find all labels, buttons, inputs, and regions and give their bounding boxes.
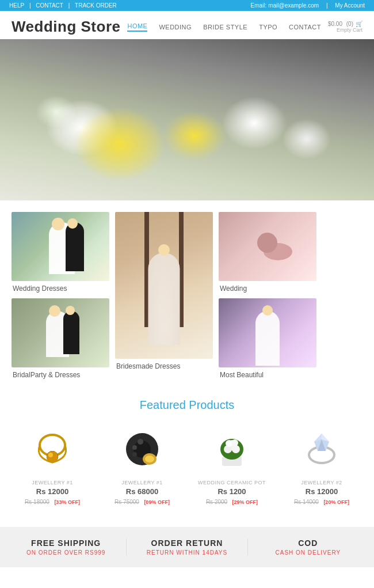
product-1[interactable]: JEWELLERY #1 Rs 12000 Rs 18000 [33% OFF] <box>12 423 93 506</box>
flower-pot-icon <box>212 429 252 469</box>
svg-point-8 <box>138 439 143 445</box>
cat-bridalparty[interactable]: BridalParty & Dresses <box>12 298 109 379</box>
cat-label-bridalparty: BridalParty & Dresses <box>12 371 109 379</box>
cat-label-wedding: Wedding <box>219 284 316 293</box>
svg-point-17 <box>231 439 238 446</box>
footer-cod-sub: CASH ON DELIVERY <box>248 549 368 556</box>
help-link[interactable]: HELP <box>9 2 24 9</box>
product-2-price: Rs 68000 <box>101 487 183 496</box>
product-2-original: Rs 75000 <box>115 499 139 505</box>
divider3: | <box>326 2 329 9</box>
main-nav: HOME WEDDING BRIDE STYLE TYPO CONTACT <box>127 22 321 32</box>
product-2-tag: JEWELLERY #1 <box>101 480 183 485</box>
footer-cod-title: COD <box>248 538 368 548</box>
cat-wedding[interactable]: Wedding <box>219 212 316 293</box>
nav-bride-style[interactable]: BRIDE STYLE <box>203 24 247 31</box>
footer-shipping-sub: ON ORDER OVER RS999 <box>6 549 126 556</box>
footer-return-sub: RETURN WITHIN 14DAYS <box>127 549 247 556</box>
product-3-price: Rs 1200 <box>191 487 273 496</box>
featured-section: Featured Products JEWELLERY #1 Rs 12000 <box>0 385 374 518</box>
product-1-original: Rs 18000 <box>25 499 49 505</box>
site-title: Wedding Store <box>12 18 120 36</box>
footer-shipping: FREE SHIPPING ON ORDER OVER RS999 <box>6 538 127 556</box>
svg-point-7 <box>145 456 154 462</box>
product-2-discount: [09% OFF] <box>144 499 170 505</box>
cat-most-beautiful[interactable]: Most Beautiful <box>219 298 316 379</box>
svg-point-9 <box>132 445 137 450</box>
svg-point-3 <box>48 453 53 457</box>
nav-home[interactable]: HOME <box>127 22 147 32</box>
product-1-tag: JEWELLERY #1 <box>12 480 93 485</box>
diamond-ring-icon <box>302 429 342 469</box>
product-3-tag: WEDDING CERAMIC POT <box>191 480 273 485</box>
footer-shipping-title: FREE SHIPPING <box>6 538 126 548</box>
email-info: Email: mail@example.com <box>251 2 319 9</box>
necklace-icon <box>32 429 72 469</box>
cart-icon: 🛒 <box>356 21 362 27</box>
nav-contact[interactable]: CONTACT <box>289 24 321 31</box>
product-1-discount: [33% OFF] <box>54 499 80 505</box>
product-3-original: Rs 2000 <box>206 499 227 505</box>
product-4-discount: [20% OFF] <box>323 499 349 505</box>
footer-cod: COD CASH ON DELIVERY <box>248 538 368 556</box>
cat-label-wedding-dresses: Wedding Dresses <box>12 284 109 293</box>
nav-wedding[interactable]: WEDDING <box>159 24 192 31</box>
cart-area[interactable]: $0.00 (0) 🛒 Empty Cart <box>328 21 362 33</box>
divider2: | <box>68 2 71 9</box>
footer-return-title: ORDER RETURN <box>127 538 247 548</box>
top-bar: HELP | CONTACT | TRACK ORDER Email: mail… <box>0 0 374 11</box>
product-4-tag: JEWELLERY #2 <box>281 480 362 485</box>
product-3[interactable]: WEDDING CERAMIC POT Rs 1200 Rs 2000 [29%… <box>191 423 273 506</box>
track-link[interactable]: TRACK ORDER <box>75 2 117 9</box>
svg-point-10 <box>132 452 137 457</box>
svg-point-15 <box>232 445 240 453</box>
nav-typo[interactable]: TYPO <box>259 24 277 31</box>
product-4[interactable]: JEWELLERY #2 Rs 12000 Rs 14000 [20% OFF] <box>281 423 362 506</box>
my-account-link[interactable]: My Account <box>335 2 365 9</box>
products-grid: JEWELLERY #1 Rs 12000 Rs 18000 [33% OFF] <box>12 423 362 506</box>
cat-label-bridesmade: Bridesmade Dresses <box>115 362 213 370</box>
header: Wedding Store HOME WEDDING BRIDE STYLE T… <box>0 11 374 39</box>
cart-count: (0) <box>345 21 353 27</box>
featured-title: Featured Products <box>12 399 362 412</box>
product-3-discount: [29% OFF] <box>232 499 258 505</box>
cat-bridesmade[interactable]: Bridesmade Dresses <box>115 212 213 379</box>
product-4-original: Rs 14000 <box>294 499 319 505</box>
category-grid: Wedding Dresses Bridesmade Dresses <box>12 212 362 379</box>
product-2[interactable]: JEWELLERY #1 Rs 68000 Rs 75000 [09% OFF] <box>101 423 183 506</box>
category-section: Wedding Dresses Bridesmade Dresses <box>0 200 374 385</box>
top-bar-right: Email: mail@example.com | My Account <box>245 2 365 9</box>
ring-dark-icon <box>122 429 162 469</box>
product-1-price: Rs 12000 <box>12 487 93 496</box>
cart-price: $0.00 <box>328 21 342 27</box>
cat-wedding-dresses[interactable]: Wedding Dresses <box>12 212 109 293</box>
cart-label: Empty Cart <box>337 27 362 33</box>
product-4-price: Rs 12000 <box>281 487 362 496</box>
hero-image <box>0 39 374 200</box>
footer-strip: FREE SHIPPING ON ORDER OVER RS999 ORDER … <box>0 527 374 567</box>
hero-banner <box>0 39 374 200</box>
cat-label-most-beautiful: Most Beautiful <box>219 371 316 379</box>
divider1: | <box>29 2 32 9</box>
top-bar-left: HELP | CONTACT | TRACK ORDER <box>9 2 120 9</box>
footer-return: ORDER RETURN RETURN WITHIN 14DAYS <box>127 538 247 556</box>
contact-link[interactable]: CONTACT <box>36 2 63 9</box>
